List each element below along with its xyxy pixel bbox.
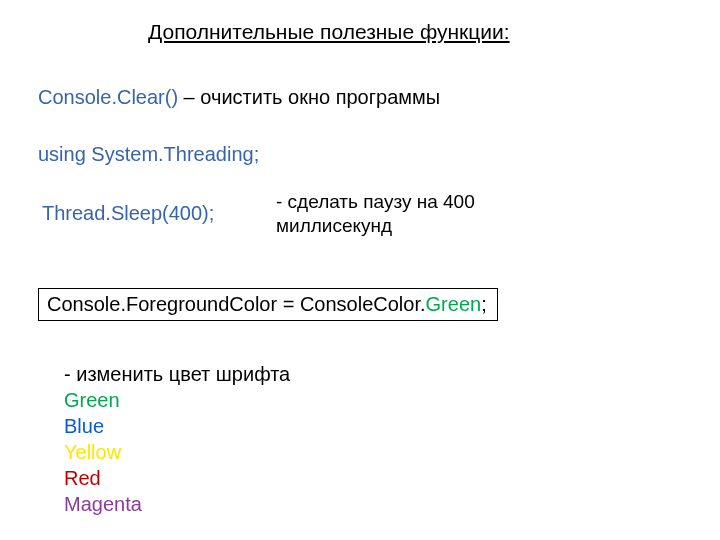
color-blue: Blue [64, 413, 290, 439]
using-directive: using System.Threading; [38, 143, 259, 166]
console-clear-code: Console.Clear() [38, 86, 178, 108]
foreground-color-prefix: Console.ForegroundColor = ConsoleColor. [47, 293, 426, 315]
thread-sleep-desc-line2: миллисекунд [276, 215, 392, 236]
color-yellow: Yellow [64, 439, 290, 465]
console-clear-line: Console.Clear() – очистить окно программ… [38, 86, 440, 109]
thread-sleep-row: Thread.Sleep(400); - сделать паузу на 40… [42, 190, 682, 238]
foreground-color-green: Green [426, 293, 482, 315]
thread-sleep-code: Thread.Sleep(400); [42, 202, 276, 225]
thread-sleep-desc-line1: - сделать паузу на 400 [276, 191, 475, 212]
colors-list: - изменить цвет шрифта Green Blue Yellow… [64, 361, 290, 517]
foreground-color-box: Console.ForegroundColor = ConsoleColor.G… [38, 288, 498, 321]
colors-intro: - изменить цвет шрифта [64, 361, 290, 387]
thread-sleep-desc: - сделать паузу на 400 миллисекунд [276, 190, 656, 238]
color-green: Green [64, 387, 290, 413]
section-title: Дополнительные полезные функции: [148, 20, 510, 44]
console-clear-desc: – очистить окно программы [178, 86, 440, 108]
color-red: Red [64, 465, 290, 491]
color-magenta: Magenta [64, 491, 290, 517]
foreground-color-semicolon: ; [481, 293, 487, 315]
